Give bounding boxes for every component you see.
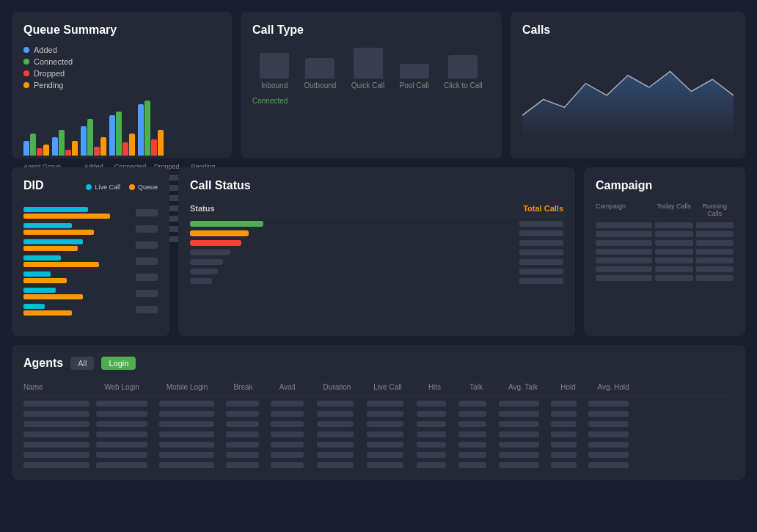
bar-click (448, 55, 478, 79)
call-type-quick: Quick Call (351, 48, 385, 90)
legend-dropped: Dropped (23, 69, 220, 78)
bar-group-3 (81, 119, 106, 156)
did-queue-bar-3 (23, 246, 78, 251)
agent-row (23, 411, 734, 417)
agent-avail-cell (271, 401, 304, 407)
status-count-5 (519, 259, 563, 265)
dot-queue (129, 184, 135, 190)
status-label-bar-7 (190, 278, 513, 284)
bar-pool (400, 64, 429, 79)
col-today-calls: Today Calls (655, 203, 692, 217)
status-bar-2 (190, 230, 249, 236)
queue-bar-chart (23, 97, 220, 156)
calls-title: Calls (522, 23, 734, 37)
legend-connected-label: Connected (34, 57, 73, 66)
bar-pending-1 (43, 145, 49, 156)
status-count-1 (519, 221, 563, 227)
col-hold: Hold (552, 383, 585, 391)
chart-area (522, 71, 734, 139)
did-queue-bar-5 (23, 278, 67, 283)
call-type-bars: Inbound Outbound Quick Call Pool Call Cl… (252, 45, 490, 90)
middle-row: DID Live Call Queue (12, 167, 745, 336)
status-bar-3 (190, 240, 241, 246)
did-bar-pair-5 (23, 272, 131, 283)
status-row-3 (190, 240, 563, 246)
did-bar-pair-4 (23, 255, 131, 267)
agents-title: Agents (23, 357, 63, 370)
status-count-2 (519, 230, 563, 236)
did-count-1 (136, 209, 158, 216)
top-row: Queue Summary Added Connected Dropped Pe… (12, 12, 745, 158)
label-pool: Pool Call (400, 81, 429, 90)
dashboard: Queue Summary Added Connected Dropped Pe… (12, 12, 745, 480)
agent-web-cell (96, 401, 147, 407)
bar-inbound (260, 53, 289, 79)
agent-row (23, 452, 734, 458)
status-label-bar-3 (190, 240, 513, 246)
did-legend-live-label: Live Call (95, 183, 120, 191)
bar-group-2 (52, 130, 78, 156)
agent-row (23, 462, 734, 468)
agent-row (23, 431, 734, 437)
agent-live-cell (367, 401, 403, 407)
agent-hold-cell (551, 401, 577, 407)
call-status-header: Status Total Calls (190, 201, 563, 216)
queue-summary-card: Queue Summary Added Connected Dropped Pe… (12, 12, 232, 158)
dot-live-call (86, 184, 92, 190)
legend-added: Added (23, 45, 220, 54)
legend-pending: Pending (23, 81, 220, 90)
did-title: DID (23, 179, 44, 192)
did-bar-pair-3 (23, 239, 131, 251)
label-inbound: Inbound (261, 81, 288, 90)
did-bar-row-6 (23, 288, 158, 299)
agent-mob-cell (159, 401, 214, 407)
col-talk: Talk (458, 383, 494, 391)
legend-pending-label: Pending (34, 81, 63, 90)
did-live-bar-5 (23, 272, 51, 277)
bar-dropped-1 (37, 148, 43, 156)
legend-added-label: Added (34, 45, 57, 54)
campaign-row (596, 231, 734, 237)
did-count-3 (136, 241, 158, 249)
status-label-bar-2 (190, 230, 513, 236)
col-campaign: Campaign (596, 203, 652, 217)
campaign-row (596, 240, 734, 246)
campaign-table-header: Campaign Today Calls Running Calls (596, 201, 734, 219)
tab-login[interactable]: Login (101, 357, 136, 370)
legend-connected: Connected (23, 57, 220, 66)
status-row-1 (190, 221, 563, 227)
bar-connected-1 (30, 134, 36, 156)
queue-summary-title: Queue Summary (23, 23, 220, 37)
status-row-4 (190, 249, 563, 255)
agent-row (23, 421, 734, 427)
agent-dur-cell (317, 401, 354, 407)
col-web-login: Web Login (92, 383, 151, 391)
col-mobile-login: Mobile Login (154, 383, 220, 391)
dot-added (23, 47, 29, 53)
col-total-calls: Total Calls (377, 204, 564, 213)
bar-quick (354, 48, 383, 79)
agent-row (23, 442, 734, 448)
campaign-title: Campaign (596, 179, 734, 192)
did-count-4 (136, 258, 158, 265)
bar-added-1 (23, 141, 29, 156)
status-count-6 (519, 269, 563, 274)
col-break: Break (223, 383, 263, 391)
bar-group-5 (138, 101, 164, 156)
calls-line-chart (522, 51, 734, 139)
did-bar-row-3 (23, 239, 158, 251)
agents-table: Name Web Login Mobile Login Break Avail.… (23, 379, 734, 468)
col-duration: Duration (313, 383, 361, 391)
did-legend-live: Live Call (86, 183, 120, 191)
status-bar-6 (190, 269, 218, 274)
status-row-6 (190, 269, 563, 274)
bar-outbound (305, 58, 334, 79)
col-name: Name (23, 383, 89, 391)
dot-dropped (23, 70, 29, 76)
did-count-2 (136, 225, 158, 233)
dot-pending (23, 82, 29, 88)
tab-all[interactable]: All (70, 357, 94, 370)
call-type-pool: Pool Call (400, 64, 429, 90)
col-avg-hold: Avg. Hold (588, 383, 639, 391)
agents-header: Agents All Login (23, 357, 734, 370)
